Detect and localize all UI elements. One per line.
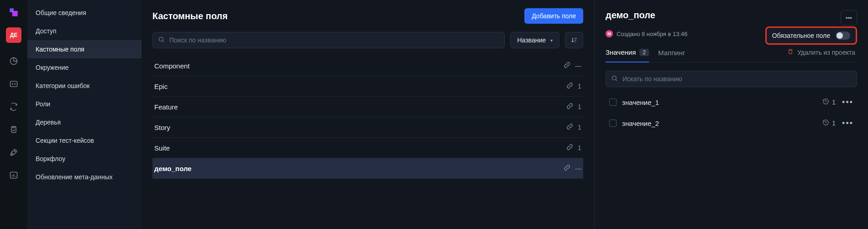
- sidebar-item-meta-update[interactable]: Обновление мета-данных: [27, 168, 141, 186]
- search-icon: [611, 75, 618, 83]
- value-name: значение_1: [622, 99, 659, 106]
- value-checkbox[interactable]: [609, 99, 617, 106]
- history-count[interactable]: 1: [822, 119, 836, 127]
- main-controls: Название ▾: [152, 32, 583, 48]
- app-root: ДЕ Общие сведения Доступ Кастомные поля …: [0, 0, 868, 229]
- field-name: Feature: [154, 103, 178, 111]
- value-more-button[interactable]: •••: [842, 98, 853, 106]
- delete-label: Удалить из проекта: [797, 49, 855, 56]
- user-avatar[interactable]: ДЕ: [6, 27, 21, 43]
- history-count[interactable]: 1: [822, 98, 836, 106]
- value-row[interactable]: значение_1 1 •••: [606, 92, 857, 113]
- required-toggle[interactable]: [836, 31, 850, 40]
- field-name: Component: [154, 62, 190, 70]
- tab-badge: 2: [639, 49, 649, 56]
- field-count: 1: [578, 144, 581, 151]
- link-icon: [564, 164, 570, 172]
- page-title: Кастомные поля: [152, 11, 228, 21]
- main-panel: Кастомные поля Добавить поле Название ▾ …: [141, 0, 594, 229]
- detail-header: демо_поле •••: [606, 10, 857, 26]
- tab-values[interactable]: Значения 2: [606, 44, 649, 62]
- sidebar-item-custom-fields[interactable]: Кастомные поля: [27, 40, 141, 58]
- history-number: 1: [832, 120, 836, 127]
- field-row[interactable]: Feature 1: [152, 97, 583, 117]
- detail-search: [606, 71, 857, 87]
- field-name: Epic: [154, 83, 167, 90]
- search-input[interactable]: [152, 32, 505, 48]
- field-row[interactable]: Story 1: [152, 117, 583, 138]
- main-header: Кастомные поля Добавить поле: [152, 8, 583, 24]
- field-row[interactable]: Epic 1: [152, 76, 583, 97]
- value-row[interactable]: значение_2 1 •••: [606, 113, 857, 134]
- tab-label: Значения: [606, 48, 636, 56]
- tab-mapping[interactable]: Маппинг: [658, 44, 685, 62]
- author-badge: M: [606, 30, 613, 37]
- field-list: Component — Epic 1 Feature 1: [152, 56, 583, 179]
- detail-title: демо_поле: [606, 10, 655, 21]
- required-block: Обязательное поле Удалить из проекта: [765, 26, 857, 56]
- field-name: Story: [154, 124, 170, 131]
- icon-rail: ДЕ: [0, 0, 27, 229]
- sync-icon[interactable]: [5, 98, 23, 116]
- value-more-button[interactable]: •••: [842, 119, 853, 127]
- more-horizontal-icon: •••: [846, 15, 852, 21]
- sidebar-item-general[interactable]: Общие сведения: [27, 4, 141, 22]
- settings-sidebar: Общие сведения Доступ Кастомные поля Окр…: [27, 0, 141, 229]
- link-icon: [566, 103, 573, 111]
- value-checkbox[interactable]: [609, 120, 617, 127]
- detail-panel: демо_поле ••• M Создано 8 ноября в 13:46…: [594, 0, 868, 229]
- svg-point-5: [612, 76, 617, 80]
- svg-rect-0: [10, 81, 17, 87]
- svg-point-4: [159, 37, 163, 42]
- field-row[interactable]: Suite 1: [152, 138, 583, 158]
- created-at-text: Создано 8 ноября в 13:46: [617, 31, 688, 37]
- code-brackets-icon[interactable]: [5, 75, 23, 93]
- values-search-input[interactable]: [606, 71, 857, 87]
- tab-label: Маппинг: [658, 49, 685, 57]
- field-count: 1: [578, 124, 581, 131]
- bar-chart-icon[interactable]: [5, 166, 23, 184]
- svg-point-2: [15, 151, 16, 152]
- link-icon: [566, 144, 573, 152]
- rocket-icon[interactable]: [5, 143, 23, 161]
- field-count: 1: [578, 83, 581, 90]
- search-icon: [158, 36, 165, 44]
- history-icon: [822, 119, 829, 127]
- value-list: значение_1 1 ••• значение_2: [606, 92, 857, 134]
- sidebar-item-access[interactable]: Доступ: [27, 22, 141, 40]
- sidebar-item-trees[interactable]: Деревья: [27, 113, 141, 131]
- trash-icon: [787, 48, 794, 56]
- chevron-down-icon: ▾: [550, 38, 553, 43]
- detail-more-button[interactable]: •••: [841, 10, 857, 26]
- field-name: демо_поле: [154, 165, 192, 172]
- delete-from-project-button[interactable]: Удалить из проекта: [765, 48, 857, 56]
- sidebar-item-workflow[interactable]: Воркфлоу: [27, 150, 141, 168]
- history-number: 1: [832, 99, 836, 106]
- sort-select[interactable]: Название ▾: [510, 32, 559, 48]
- field-name: Suite: [154, 144, 170, 152]
- link-icon: [566, 82, 573, 90]
- history-icon: [822, 98, 829, 106]
- required-label: Обязательное поле: [772, 32, 830, 39]
- sidebar-item-test-case-sections[interactable]: Секции тест-кейсов: [27, 131, 141, 150]
- clipboard-icon[interactable]: [5, 120, 23, 139]
- more-horizontal-icon: •••: [842, 98, 853, 106]
- sidebar-item-roles[interactable]: Роли: [27, 95, 141, 113]
- app-logo[interactable]: [7, 5, 21, 19]
- value-name: значение_2: [622, 120, 659, 127]
- field-count: 1: [578, 103, 581, 110]
- more-horizontal-icon: •••: [842, 119, 853, 127]
- sort-direction-button[interactable]: [565, 32, 583, 48]
- sidebar-item-error-categories[interactable]: Категории ошибок: [27, 77, 141, 95]
- field-count: —: [575, 62, 581, 69]
- pie-chart-icon[interactable]: [5, 52, 23, 70]
- add-field-button[interactable]: Добавить поле: [524, 8, 583, 24]
- sort-label: Название: [517, 36, 546, 44]
- link-icon: [564, 62, 570, 70]
- search-wrap: [152, 32, 505, 48]
- required-field-box: Обязательное поле: [765, 26, 857, 45]
- field-row[interactable]: демо_поле —: [152, 158, 583, 179]
- field-count: —: [575, 165, 581, 172]
- sidebar-item-environment[interactable]: Окружение: [27, 58, 141, 77]
- field-row[interactable]: Component —: [152, 56, 583, 76]
